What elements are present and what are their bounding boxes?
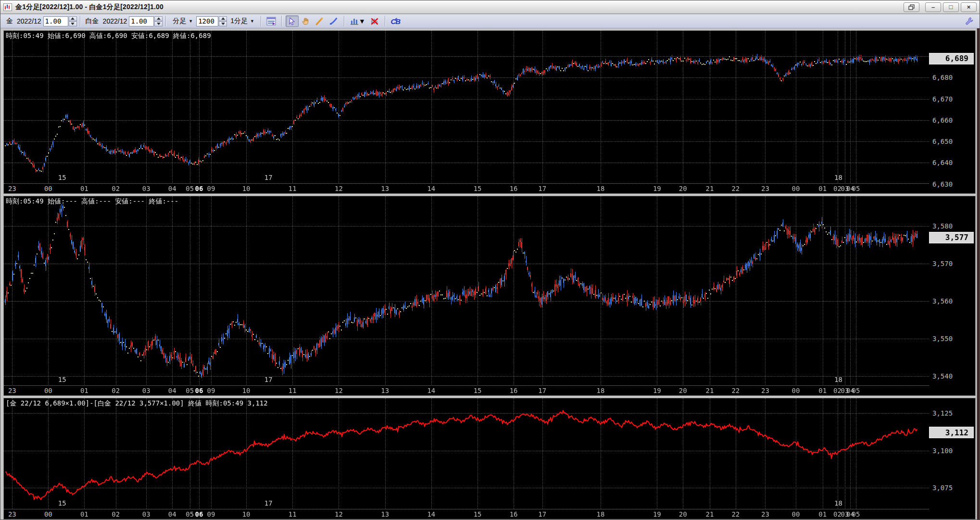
y-axis-label: 3,580 xyxy=(932,222,953,230)
cursor-tool-button[interactable] xyxy=(286,15,299,27)
x-axis-hour-label: 18 xyxy=(597,185,605,192)
gold-ratio-spinner[interactable] xyxy=(69,16,77,26)
trend-pen-button[interactable] xyxy=(327,15,340,27)
cursor-icon xyxy=(288,17,296,25)
candlestick-logo-icon xyxy=(4,4,11,10)
bar-count-input[interactable] xyxy=(196,16,218,26)
x-axis-hour-label: 16 xyxy=(510,185,518,192)
x-axis-hour-label: 09 xyxy=(207,387,215,394)
x-axis-hour-label: 09 xyxy=(207,185,215,192)
y-axis-label: 6,670 xyxy=(932,95,953,103)
day-of-month-label: 17 xyxy=(264,174,273,181)
cb-refresh-button[interactable]: ƇB xyxy=(389,15,402,27)
x-axis-hour-label: 09 xyxy=(207,510,215,518)
x-axis-hour-label: 05 xyxy=(852,510,860,518)
delete-drawing-icon xyxy=(370,17,379,25)
day-of-month-label: 18 xyxy=(834,174,842,181)
settings-wrench-button[interactable] xyxy=(962,15,975,27)
bar-count-spinner[interactable] xyxy=(219,16,227,26)
spread-formula-readout: [金 22/12 6,689×1.00]-[白金 22/12 3,577×1.0… xyxy=(6,399,268,408)
y-axis-label: 6,630 xyxy=(932,180,953,188)
x-axis-hour-label: 15 xyxy=(474,185,482,192)
chevron-down-icon: ▼ xyxy=(359,17,365,25)
x-axis-hour-label: 01 xyxy=(80,185,88,192)
x-axis-hour-label: 13 xyxy=(381,185,389,192)
x-axis-hour-label: 02 xyxy=(833,387,842,394)
platinum-candles-canvas[interactable] xyxy=(4,196,929,385)
day-of-month-label: 15 xyxy=(58,499,66,507)
x-axis-hour-label: 23 xyxy=(761,510,769,518)
timeframe-dropdown[interactable]: 1分足▼ xyxy=(227,15,258,27)
chart-type-icon xyxy=(350,17,359,25)
x-axis-hour-label: 00 xyxy=(44,510,52,518)
spread-price-axis: 3,112 3,1253,1003,075 xyxy=(929,398,975,519)
x-axis-hour-label: 04 xyxy=(168,510,176,518)
day-of-month-label: 17 xyxy=(264,499,273,507)
y-axis-label: 3,075 xyxy=(932,484,953,492)
float-window-button[interactable] xyxy=(904,2,919,12)
y-axis-label: 3,100 xyxy=(932,447,953,455)
y-axis-label: 3,570 xyxy=(932,260,953,267)
spread-line-canvas[interactable] xyxy=(4,398,929,509)
x-axis-hour-label: 20 xyxy=(679,387,687,394)
y-axis-label: 3,540 xyxy=(932,372,953,380)
gold-candles-canvas[interactable] xyxy=(4,31,929,183)
x-axis-hour-label: 20 xyxy=(679,510,687,518)
platinum-plot-area[interactable]: 時刻:05:49 始値:--- 高値:--- 安値:--- 終値:--- 151… xyxy=(4,196,929,385)
day-of-month-label: 15 xyxy=(58,174,66,181)
interval-type-dropdown[interactable]: 分足▼ xyxy=(169,15,196,27)
gold-month-label: 2022/12 xyxy=(17,17,41,25)
x-axis-hour-label: 05 xyxy=(186,185,194,192)
x-axis-hour-label: 11 xyxy=(289,510,297,518)
pan-tool-button[interactable] xyxy=(300,15,313,27)
x-axis-hour-label: 23 xyxy=(761,387,769,394)
gold-ratio-input[interactable] xyxy=(43,16,68,26)
x-axis-hour-label: 15 xyxy=(474,387,482,394)
wrench-icon xyxy=(965,17,973,25)
x-axis-hour-label: 05 xyxy=(186,510,194,518)
x-axis-hour-label: 04 xyxy=(168,185,176,192)
x-axis-hour-label: 18 xyxy=(597,387,605,394)
x-axis-hour-label: 11 xyxy=(289,387,297,394)
cb-refresh-icon: ƇB xyxy=(391,17,401,25)
x-axis-hour-label: 00 xyxy=(44,185,52,192)
platinum-ohlc-readout: 時刻:05:49 始値:--- 高値:--- 安値:--- 終値:--- xyxy=(6,197,178,206)
platinum-last-price-tag: 3,577 xyxy=(929,232,974,243)
y-axis-label: 3,560 xyxy=(932,297,953,305)
board-settings-button[interactable] xyxy=(265,15,278,27)
x-axis-hour-label: 15 xyxy=(474,510,482,518)
charts-region: 時刻:05:49 始値:6,690 高値:6,690 安値:6,689 終値:6… xyxy=(0,28,980,520)
delete-drawing-button[interactable] xyxy=(368,15,381,27)
spread-chart-panel: [金 22/12 6,689×1.00]-[白金 22/12 3,577×1.0… xyxy=(3,398,976,520)
y-axis-label: 3,125 xyxy=(932,409,953,417)
y-axis-label: 6,680 xyxy=(932,74,953,81)
pencil-draw-icon xyxy=(315,17,324,25)
x-axis-hour-label: 22 xyxy=(731,185,740,192)
x-axis-hour-label: 00 xyxy=(792,185,800,192)
x-axis-hour-label: 21 xyxy=(706,510,714,518)
chart-type-button[interactable]: ▼ xyxy=(348,15,367,27)
app-window: 金1分足[2022/12]1.00 - 白金1分足[2022/12]1.00 –… xyxy=(0,0,980,520)
maximize-button[interactable]: □ xyxy=(943,2,959,12)
draw-line-button[interactable] xyxy=(314,15,327,27)
platinum-ratio-spinner[interactable] xyxy=(154,16,163,26)
gold-plot-area[interactable]: 時刻:05:49 始値:6,690 高値:6,690 安値:6,689 終値:6… xyxy=(4,31,929,183)
x-axis-hour-label: 19 xyxy=(653,185,661,192)
platinum-ratio-input[interactable] xyxy=(129,16,154,26)
minimize-button[interactable]: – xyxy=(925,2,941,12)
x-axis-hour-label: 13 xyxy=(381,387,389,394)
x-axis-hour-label: 00 xyxy=(792,387,800,394)
gold-last-price-tag: 6,689 xyxy=(929,53,974,64)
x-axis-hour-label: 22 xyxy=(731,387,740,394)
x-axis-hour-label: 05 xyxy=(186,387,194,394)
titlebar[interactable]: 金1分足[2022/12]1.00 - 白金1分足[2022/12]1.00 –… xyxy=(0,0,980,14)
x-axis-hour-label: 06 xyxy=(195,185,203,192)
x-axis-hour-label: 17 xyxy=(538,185,546,192)
gold-time-axis: 2300010203040506091011121314151617181920… xyxy=(4,183,929,193)
x-axis-hour-label: 12 xyxy=(335,387,343,394)
x-axis-hour-label: 11 xyxy=(289,185,297,192)
x-axis-hour-label: 04 xyxy=(168,387,176,394)
x-axis-hour-label: 14 xyxy=(427,185,435,192)
close-button[interactable]: × xyxy=(961,2,977,12)
spread-plot-area[interactable]: [金 22/12 6,689×1.00]-[白金 22/12 3,577×1.0… xyxy=(4,398,929,509)
